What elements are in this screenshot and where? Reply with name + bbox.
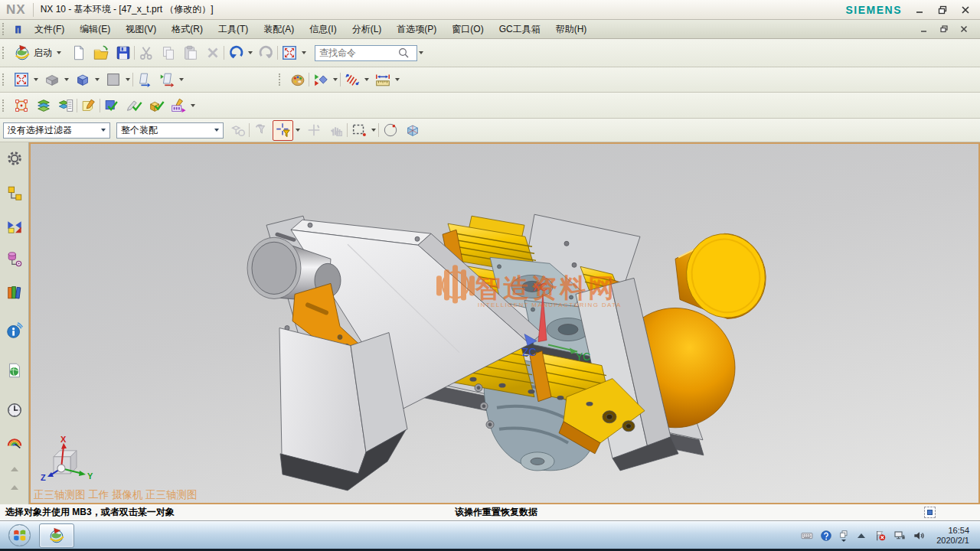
chevron-down-icon[interactable] <box>248 51 253 54</box>
background-button[interactable] <box>103 70 123 90</box>
chevron-down-icon[interactable] <box>34 78 38 81</box>
edit-section-button[interactable] <box>156 70 177 90</box>
chevron-down-icon[interactable] <box>296 129 300 132</box>
chevron-down-icon[interactable] <box>364 78 369 81</box>
menu-file[interactable]: 文件(F) <box>27 20 72 39</box>
menu-preferences[interactable]: 首选项(P) <box>389 20 444 39</box>
constraint-navigator-button[interactable] <box>4 216 25 237</box>
menu-assemblies[interactable]: 装配(A) <box>256 20 302 39</box>
paste-button-disabled[interactable] <box>180 43 201 64</box>
taskbar-clock[interactable]: 16:54 2020/2/1 <box>936 526 972 546</box>
render-style-button[interactable] <box>41 70 62 90</box>
clip-section-button[interactable] <box>134 70 155 90</box>
search-icon[interactable] <box>397 47 410 59</box>
verify-sketch-button[interactable] <box>123 95 144 116</box>
fit-view-button[interactable] <box>11 70 31 90</box>
taskbar-nx-button[interactable] <box>39 523 74 548</box>
speaker-icon[interactable] <box>913 530 925 542</box>
menu-gc-toolbox[interactable]: GC工具箱 <box>492 20 548 39</box>
drag-handles-button-disabled[interactable] <box>325 120 346 141</box>
measure-button[interactable] <box>372 70 393 90</box>
redo-button-disabled[interactable] <box>256 43 276 64</box>
model-canvas[interactable]: XC ZC YC 智造资料网 INTELLIGENT MANUFAC <box>31 144 978 503</box>
show-through-button[interactable] <box>402 120 423 141</box>
action-center-flag-icon[interactable] <box>874 530 887 542</box>
child-restore-button[interactable] <box>939 24 949 34</box>
open-file-button[interactable] <box>90 43 111 64</box>
child-close-button[interactable] <box>959 24 969 34</box>
delete-button-disabled[interactable] <box>202 43 223 64</box>
search-input[interactable] <box>318 47 397 59</box>
roles-gear-button[interactable] <box>4 148 25 169</box>
help-tray-icon[interactable] <box>820 530 832 542</box>
start-menu-button[interactable]: 启动 <box>10 42 67 64</box>
menu-view[interactable]: 视图(V) <box>118 20 164 39</box>
true-shading-button[interactable] <box>287 70 308 90</box>
selection-scope-combo[interactable]: 整个装配 <box>116 122 224 139</box>
previous-filter-button-disabled[interactable] <box>250 120 271 141</box>
rectangle-select-button[interactable] <box>348 120 369 141</box>
tray-window-icon[interactable] <box>839 530 848 542</box>
chevron-down-icon[interactable] <box>95 78 100 81</box>
close-button[interactable] <box>960 5 971 15</box>
edit-object-display-button[interactable] <box>310 70 331 90</box>
menu-format[interactable]: 格式(R) <box>164 20 211 39</box>
reuse-library-button[interactable] <box>4 282 25 303</box>
network-icon[interactable] <box>893 530 906 542</box>
assembly-navigator-button[interactable] <box>4 182 25 204</box>
toolbar-grip[interactable] <box>2 73 6 86</box>
scroll-up-icon[interactable] <box>11 467 18 471</box>
layer-settings-button[interactable] <box>33 95 54 116</box>
menu-edit[interactable]: 编辑(E) <box>72 20 118 39</box>
restore-button[interactable] <box>937 5 948 15</box>
menu-help[interactable]: 帮助(H) <box>548 20 595 39</box>
menu-tools[interactable]: 工具(T) <box>211 20 256 39</box>
select-assembly-button-disabled[interactable] <box>227 120 248 141</box>
save-button[interactable] <box>113 43 133 64</box>
annotation-note-button[interactable] <box>78 95 99 116</box>
toolbar-grip[interactable] <box>2 99 6 112</box>
toolbar-grip[interactable] <box>2 47 6 59</box>
chevron-down-icon[interactable] <box>191 104 195 107</box>
copy-button-disabled[interactable] <box>158 43 178 64</box>
layer-visible-in-view-button[interactable] <box>55 95 76 116</box>
toolbar-grip[interactable] <box>2 23 6 35</box>
input-language-icon[interactable] <box>801 530 813 542</box>
verify-solid-button[interactable] <box>145 95 166 116</box>
chevron-down-icon[interactable] <box>419 51 423 54</box>
menu-information[interactable]: 信息(I) <box>302 20 344 39</box>
chevron-down-icon[interactable] <box>371 129 376 132</box>
show-hidden-icons-button[interactable] <box>858 533 865 538</box>
snap-point-filter-button-active[interactable] <box>273 120 293 141</box>
move-object-button[interactable] <box>11 95 31 116</box>
touch-mode-button[interactable] <box>279 43 299 64</box>
cut-button-disabled[interactable] <box>136 43 156 64</box>
chevron-down-icon[interactable] <box>302 51 306 54</box>
assign-name-button[interactable] <box>168 95 188 116</box>
system-materials-button[interactable] <box>4 432 25 453</box>
new-file-button[interactable] <box>68 43 89 64</box>
point-on-curve-button-disabled[interactable] <box>303 120 324 141</box>
chevron-down-icon[interactable] <box>333 78 338 81</box>
examine-geometry-button[interactable] <box>101 95 122 116</box>
minimize-button[interactable] <box>914 5 925 15</box>
undo-button[interactable] <box>225 43 246 64</box>
toolbar-grip[interactable] <box>279 73 283 86</box>
status-grid-icon[interactable] <box>924 507 936 518</box>
show-constraints-button[interactable] <box>341 70 362 90</box>
scroll-up-icon[interactable] <box>11 485 18 490</box>
chevron-down-icon[interactable] <box>395 78 400 81</box>
child-minimize-button[interactable] <box>919 24 929 34</box>
menu-window[interactable]: 窗口(O) <box>444 20 491 39</box>
part-navigator-button[interactable] <box>4 248 25 269</box>
chevron-down-icon[interactable] <box>179 78 184 81</box>
start-orb[interactable] <box>8 523 31 547</box>
chevron-down-icon[interactable] <box>64 78 69 81</box>
history-button[interactable] <box>4 399 25 421</box>
graphics-viewport[interactable]: XC ZC YC 智造资料网 INTELLIGENT MANUFAC <box>29 142 980 504</box>
highlight-button[interactable] <box>380 120 400 141</box>
selection-filter-combo[interactable]: 没有选择过滤器 <box>3 122 110 139</box>
menu-analysis[interactable]: 分析(L) <box>345 20 390 39</box>
hd3d-tools-button[interactable] <box>4 320 25 341</box>
web-browser-button[interactable] <box>4 360 25 381</box>
